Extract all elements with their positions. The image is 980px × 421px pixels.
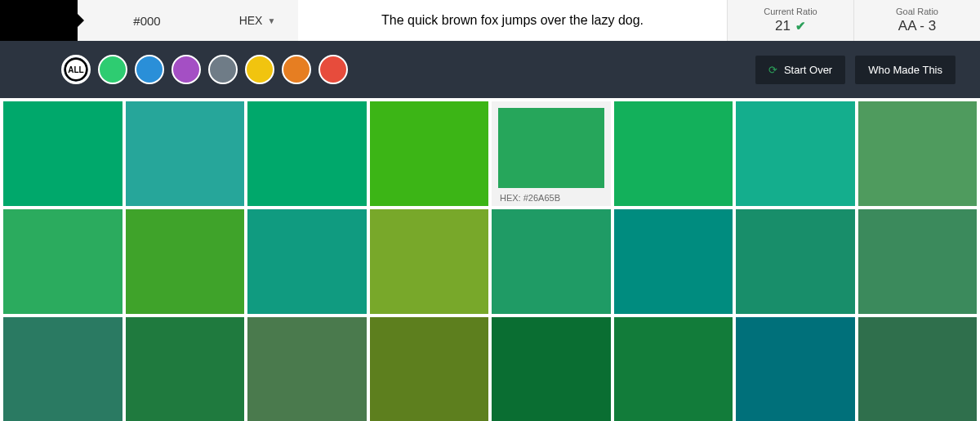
swatch[interactable] [614,101,733,206]
swatch[interactable] [858,209,978,314]
swatch[interactable] [247,209,367,314]
filter-dot-2[interactable] [172,55,201,84]
swatch-grid: HEX: #26A65B [0,98,980,421]
swatch[interactable] [370,101,489,206]
who-made-this-button[interactable]: Who Made This [855,56,956,84]
format-label: HEX [239,14,263,27]
swatch[interactable] [370,209,489,314]
filter-dot-6[interactable] [318,55,348,84]
swatch[interactable]: HEX: #26A65B [492,101,611,206]
toolbar-buttons: ⟳ Start Over Who Made This [755,56,956,84]
filter-group: ALL [61,55,348,84]
swatch[interactable] [3,209,122,314]
current-ratio-value: 21 ✔ [775,18,806,34]
swatch[interactable] [614,209,733,314]
color-preview[interactable] [0,0,78,41]
filter-dot-5[interactable] [282,55,311,84]
swatch[interactable] [736,101,855,206]
filter-dot-0[interactable] [98,55,127,84]
swatch-label: HEX: #26A65B [498,188,604,206]
goal-ratio-value: AA - 3 [898,18,936,34]
swatch[interactable] [126,209,245,314]
swatch[interactable] [370,317,489,421]
chevron-down-icon: ▼ [267,16,275,25]
filter-dot-4[interactable] [245,55,274,84]
swatch[interactable] [858,317,978,421]
filter-dot-1[interactable] [135,55,164,84]
swatch[interactable] [3,101,122,206]
format-select[interactable]: HEX ▼ [216,0,298,41]
swatch[interactable] [126,317,245,421]
swatch[interactable] [736,317,855,421]
sample-text[interactable]: The quick brown fox jumps over the lazy … [298,0,727,41]
toolbar: ALL ⟳ Start Over Who Made This [0,41,980,98]
swatch[interactable] [614,317,733,421]
swatch[interactable] [126,101,245,206]
swatch-inner [498,108,604,188]
filter-all-button[interactable]: ALL [61,55,91,84]
check-icon: ✔ [795,19,806,34]
hex-input[interactable] [78,0,216,41]
start-over-button[interactable]: ⟳ Start Over [755,56,845,84]
hex-area: HEX ▼ [78,0,298,41]
swatch[interactable] [736,209,855,314]
current-ratio-label: Current Ratio [764,7,817,16]
swatch[interactable] [247,101,367,206]
current-ratio-box: Current Ratio 21 ✔ [727,0,853,41]
filter-dot-3[interactable] [208,55,238,84]
swatch[interactable] [492,317,611,421]
swatch[interactable] [492,209,611,314]
swatch[interactable] [3,317,122,421]
header: HEX ▼ The quick brown fox jumps over the… [0,0,980,41]
swatch[interactable] [247,317,367,421]
goal-ratio-label: Goal Ratio [896,7,938,16]
refresh-icon: ⟳ [768,64,777,76]
goal-ratio-box[interactable]: Goal Ratio AA - 3 [853,0,980,41]
swatch[interactable] [858,101,978,206]
